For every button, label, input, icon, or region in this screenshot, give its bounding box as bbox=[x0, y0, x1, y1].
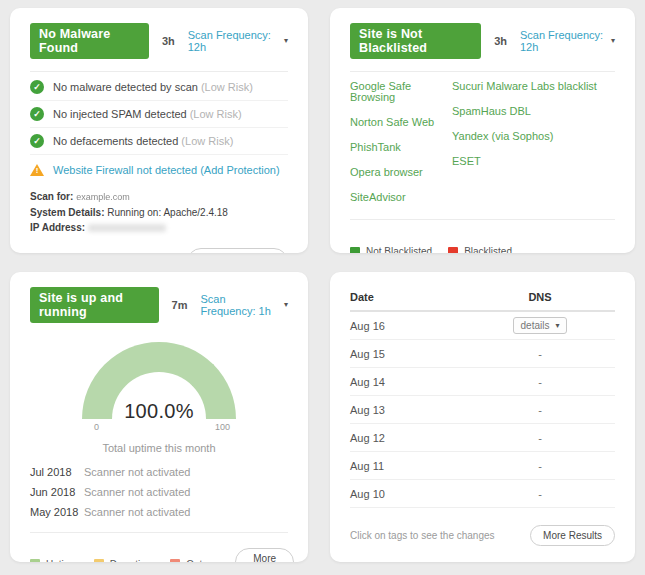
table-row: Aug 10 - ▾ - bbox=[350, 480, 615, 508]
legend-label: Outage bbox=[186, 559, 219, 563]
scan-for-label: Scan for: bbox=[30, 191, 73, 202]
blacklist-panel: Site is Not Blacklisted 3h Scan Frequenc… bbox=[330, 8, 635, 253]
row-dns-cell: - ▾ - bbox=[465, 488, 615, 500]
risk-level: (Low Risk) bbox=[181, 135, 233, 147]
check-label: No defacements detected(Low Risk) bbox=[53, 135, 233, 147]
blacklist-service-link[interactable]: Sucuri Malware Labs blacklist bbox=[452, 80, 597, 93]
blacklist-service-link[interactable]: SiteAdvisor bbox=[350, 191, 452, 204]
row-dns-cell: - ▾ - bbox=[465, 376, 615, 388]
blacklist-services-col1: Google Safe Browsing Norton Safe Web Phi… bbox=[350, 80, 452, 216]
month-label: May 2018 bbox=[30, 506, 84, 518]
scan-frequency-dropdown[interactable]: Scan Frequency: 12h ▾ bbox=[520, 29, 615, 53]
row-dns-cell: - ▾ - bbox=[465, 432, 615, 444]
legend-swatch-icon bbox=[94, 559, 104, 562]
month-status: Scanner not activated bbox=[84, 466, 190, 478]
more-results-button[interactable]: More Results bbox=[530, 525, 615, 546]
dns-panel-footer: Click on tags to see the changes More Re… bbox=[350, 525, 615, 546]
blacklist-service-link[interactable]: PhishTank bbox=[350, 141, 452, 154]
blacklist-services: Google Safe Browsing Norton Safe Web Phi… bbox=[350, 80, 615, 216]
dns-table-body: Aug 16 details ▾ details Aug 15 - bbox=[350, 312, 615, 508]
uptime-panel-footer: Uptime Downtime Outage More Results bbox=[30, 548, 288, 562]
last-scan-age: 3h bbox=[162, 35, 175, 47]
dns-empty-dash: - bbox=[538, 460, 542, 472]
divider bbox=[350, 71, 615, 72]
legend-item: Blacklisted bbox=[448, 246, 512, 253]
malware-status-badge: No Malware Found bbox=[30, 23, 149, 59]
last-scan-age: 3h bbox=[494, 35, 507, 47]
row-dns-cell: - ▾ - bbox=[465, 404, 615, 416]
uptime-legend: Uptime Downtime Outage bbox=[30, 559, 235, 563]
ip-address-line: IP Address: bbox=[30, 220, 288, 235]
request-cleanup-button[interactable]: Request Cleanup bbox=[187, 248, 288, 254]
month-label: Jul 2018 bbox=[30, 466, 84, 478]
uptime-status-badge: Site is up and running bbox=[30, 287, 159, 323]
row-dns-cell: - ▾ - bbox=[465, 348, 615, 360]
caret-down-icon: ▾ bbox=[611, 37, 615, 45]
uptime-months-list: Jul 2018 Scanner not activated Jun 2018 … bbox=[30, 462, 288, 522]
legend-label: Uptime bbox=[46, 559, 78, 563]
row-date: Aug 15 bbox=[350, 348, 465, 360]
dns-empty-dash: - bbox=[538, 432, 542, 444]
legend-item: Uptime bbox=[30, 559, 78, 563]
row-date: Aug 16 bbox=[350, 320, 465, 332]
dns-column-header: DNS bbox=[465, 291, 615, 303]
check-label: No injected SPAM detected(Low Risk) bbox=[53, 108, 242, 120]
table-row: Aug 12 - ▾ - bbox=[350, 424, 615, 452]
legend-swatch-icon bbox=[30, 559, 40, 562]
risk-level: (Low Risk) bbox=[190, 108, 242, 120]
legend-label: Not Blacklisted bbox=[366, 246, 432, 253]
malware-check-row: ✓ No defacements detected(Low Risk) bbox=[30, 128, 288, 155]
scan-frequency-label: Scan Frequency: 12h bbox=[188, 29, 279, 53]
dns-empty-dash: - bbox=[538, 488, 542, 500]
legend-swatch-icon bbox=[448, 247, 458, 254]
blacklist-service-link[interactable]: Yandex (via Sophos) bbox=[452, 130, 597, 143]
scan-frequency-dropdown[interactable]: Scan Frequency: 1h ▾ bbox=[200, 293, 288, 317]
table-row: Aug 16 details ▾ details bbox=[350, 312, 615, 340]
uptime-panel: Site is up and running 7m Scan Frequency… bbox=[10, 272, 308, 562]
month-label: Jun 2018 bbox=[30, 486, 84, 498]
system-details-value: Running on: Apache/2.4.18 bbox=[107, 207, 228, 218]
table-row: Aug 15 - ▾ - bbox=[350, 340, 615, 368]
blacklist-service-link[interactable]: SpamHaus DBL bbox=[452, 105, 597, 118]
firewall-warning-link[interactable]: Website Firewall not detected (Add Prote… bbox=[53, 164, 280, 176]
row-date: Aug 14 bbox=[350, 376, 465, 388]
legend-label: Blacklisted bbox=[464, 246, 512, 253]
scan-for-line: Scan for: example.com bbox=[30, 189, 288, 205]
dns-footer-note: Click on tags to see the changes bbox=[350, 530, 495, 541]
divider bbox=[30, 532, 288, 533]
scan-for-value: example.com bbox=[76, 192, 130, 202]
more-results-button[interactable]: More Results bbox=[235, 548, 294, 562]
check-label: No malware detected by scan(Low Risk) bbox=[53, 81, 253, 93]
legend-item: Downtime bbox=[94, 559, 154, 563]
check-circle-icon: ✓ bbox=[30, 107, 44, 121]
row-dns-cell: - ▾ - bbox=[465, 460, 615, 472]
blacklist-service-link[interactable]: ESET bbox=[452, 155, 597, 168]
gauge-max-label: 100 bbox=[215, 422, 230, 432]
row-date: Aug 13 bbox=[350, 404, 465, 416]
uptime-percentage: 100.0% bbox=[82, 400, 236, 423]
dns-details-dropdown[interactable]: details ▾ bbox=[513, 317, 568, 334]
blacklist-panel-header: Site is Not Blacklisted 3h Scan Frequenc… bbox=[330, 8, 635, 71]
site-details-block: Scan for: example.com System Details: Ru… bbox=[30, 189, 288, 235]
legend-label: Downtime bbox=[110, 559, 154, 563]
blacklist-service-link[interactable]: Google Safe Browsing bbox=[350, 80, 452, 104]
caret-down-icon: ▾ bbox=[284, 301, 288, 309]
legend-swatch-icon bbox=[170, 559, 180, 562]
dns-table: Date DNS Aug 16 details ▾ details bbox=[350, 272, 615, 508]
blacklist-service-link[interactable]: Norton Safe Web bbox=[350, 116, 452, 129]
date-column-header: Date bbox=[350, 291, 465, 303]
gauge-min-label: 0 bbox=[94, 422, 99, 432]
dns-history-panel: Date DNS Aug 16 details ▾ details bbox=[330, 272, 635, 562]
dns-details-label: details bbox=[521, 320, 550, 331]
system-details-label: System Details: bbox=[30, 207, 104, 218]
firewall-warning-row: ! Website Firewall not detected (Add Pro… bbox=[30, 164, 288, 176]
scan-frequency-dropdown[interactable]: Scan Frequency: 12h ▾ bbox=[188, 29, 288, 53]
uptime-gauge: 100.0% 0 100 bbox=[82, 342, 236, 419]
blacklist-services-col2: Sucuri Malware Labs blacklist SpamHaus D… bbox=[452, 80, 597, 216]
malware-check-row: ✓ No injected SPAM detected(Low Risk) bbox=[30, 101, 288, 128]
scan-frequency-label: Scan Frequency: 12h bbox=[520, 29, 606, 53]
blacklist-service-link[interactable]: Opera browser bbox=[350, 166, 452, 179]
caret-down-icon: ▾ bbox=[284, 37, 288, 45]
row-date: Aug 12 bbox=[350, 432, 465, 444]
check-circle-icon: ✓ bbox=[30, 80, 44, 94]
